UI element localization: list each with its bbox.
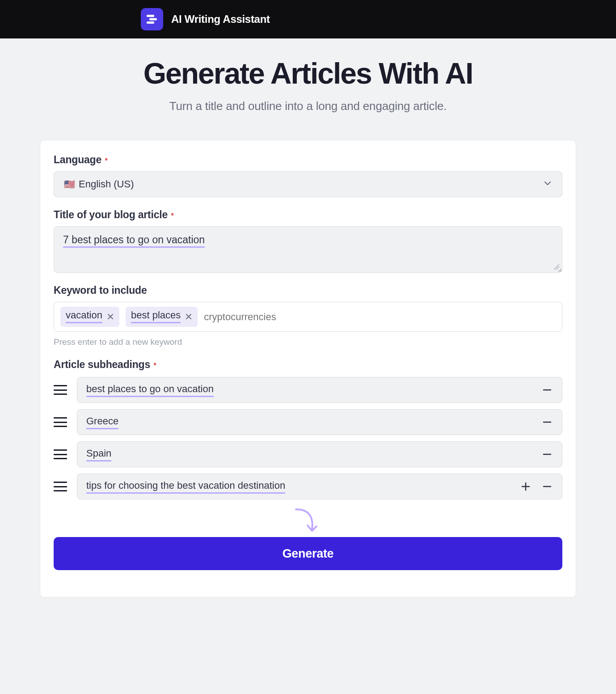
keyword-chip[interactable]: vacation [60, 307, 119, 327]
form-card: Language * 🇺🇸 English (US) Title of your… [40, 140, 576, 597]
svg-rect-1 [149, 18, 157, 21]
subheadings-field: Article subheadings * best places to go … [54, 359, 562, 499]
remove-subheading-button[interactable] [541, 384, 553, 396]
keyword-chip-text: vacation [66, 309, 102, 323]
subheading-row: tips for choosing the best vacation dest… [54, 474, 562, 499]
remove-subheading-button[interactable] [541, 449, 553, 460]
subheading-text: best places to go on vacation [86, 383, 214, 397]
svg-line-4 [556, 267, 559, 270]
add-subheading-button[interactable] [520, 481, 532, 492]
required-asterisk: * [153, 362, 156, 369]
subheading-row: Greece [54, 409, 562, 435]
drag-handle-icon[interactable] [54, 482, 67, 491]
keywords-text-input[interactable] [204, 311, 556, 323]
subheading-text: Greece [86, 415, 118, 429]
resize-handle-icon[interactable] [553, 263, 559, 270]
close-icon[interactable] [107, 313, 114, 320]
keywords-hint: Press enter to add a new keyword [54, 337, 562, 347]
subheading-row: best places to go on vacation [54, 377, 562, 403]
required-asterisk: * [105, 157, 107, 165]
required-asterisk: * [171, 212, 174, 220]
language-field: Language * 🇺🇸 English (US) [54, 154, 562, 197]
keywords-input-box[interactable]: vacationbest places [54, 302, 562, 332]
svg-line-3 [554, 264, 559, 270]
page-subtitle: Turn a title and outline into a long and… [0, 99, 616, 113]
keywords-label: Keyword to include [54, 284, 147, 296]
flag-icon: 🇺🇸 [64, 179, 75, 190]
keyword-chip[interactable]: best places [126, 307, 198, 327]
title-value: 7 best places to go on vacation [63, 234, 205, 248]
generate-button[interactable]: Generate [54, 537, 562, 570]
top-bar: AI Writing Assistant [0, 0, 616, 38]
chevron-down-icon [543, 179, 552, 190]
title-field: Title of your blog article * 7 best plac… [54, 209, 562, 273]
drag-handle-icon[interactable] [54, 385, 67, 395]
remove-subheading-button[interactable] [541, 481, 553, 492]
language-label: Language [54, 154, 101, 165]
drag-handle-icon[interactable] [54, 417, 67, 427]
subheading-input[interactable]: Spain [77, 441, 562, 467]
language-select[interactable]: 🇺🇸 English (US) [54, 171, 562, 197]
remove-subheading-button[interactable] [541, 416, 553, 428]
app-logo [141, 8, 163, 30]
keyword-chip-text: best places [131, 309, 181, 323]
drag-handle-icon[interactable] [54, 449, 67, 459]
subheading-text: tips for choosing the best vacation dest… [86, 480, 285, 494]
title-textarea[interactable]: 7 best places to go on vacation [54, 226, 562, 273]
app-title: AI Writing Assistant [171, 13, 270, 25]
language-value: English (US) [79, 178, 134, 190]
close-icon[interactable] [185, 313, 192, 320]
keywords-field: Keyword to include vacationbest places P… [54, 284, 562, 347]
subheading-input[interactable]: tips for choosing the best vacation dest… [77, 474, 562, 499]
subheading-text: Spain [86, 448, 111, 461]
title-label: Title of your blog article [54, 209, 168, 220]
subheading-row: Spain [54, 441, 562, 467]
pointer-arrow [54, 506, 562, 537]
svg-rect-0 [147, 15, 154, 17]
subheading-input[interactable]: best places to go on vacation [77, 377, 562, 403]
subheading-input[interactable]: Greece [77, 409, 562, 435]
subheadings-label: Article subheadings [54, 359, 150, 370]
page-body: Generate Articles With AI Turn a title a… [0, 38, 616, 597]
svg-rect-2 [147, 21, 154, 24]
page-title: Generate Articles With AI [0, 56, 616, 90]
